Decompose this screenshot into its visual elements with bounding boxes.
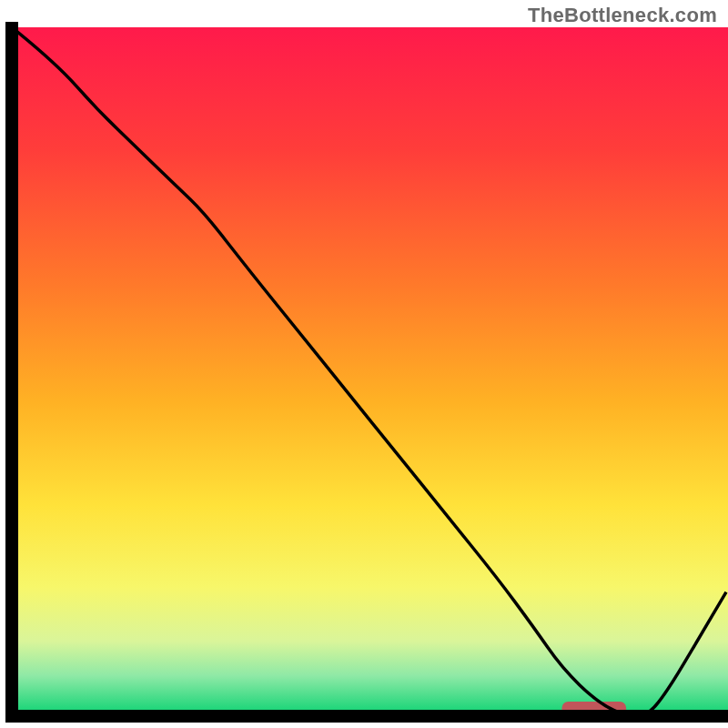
chart-background: [18, 27, 728, 710]
watermark-label: TheBottleneck.com: [528, 4, 717, 27]
chart-figure: TheBottleneck.com: [0, 0, 728, 728]
bottleneck-chart: [0, 0, 728, 728]
